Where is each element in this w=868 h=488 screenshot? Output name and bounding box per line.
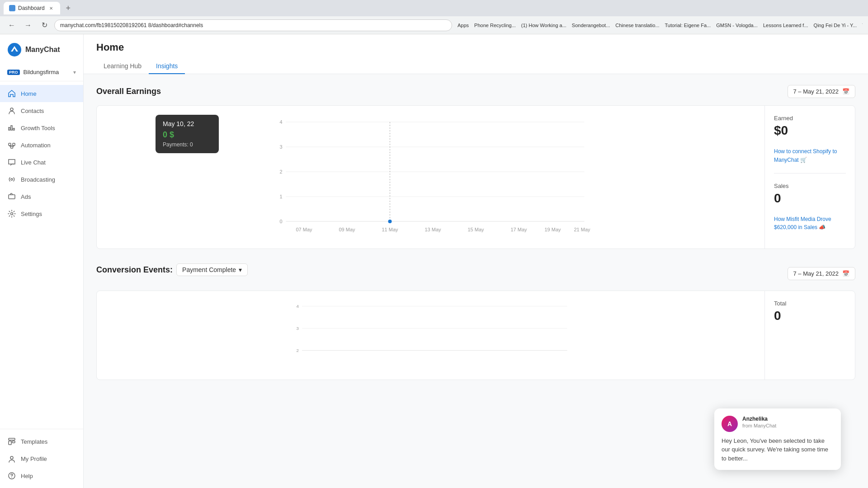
calendar-icon: 📅	[842, 88, 849, 95]
conversion-date-picker[interactable]: 7 – May 21, 2022 📅	[788, 267, 855, 280]
earnings-title: Overall Earnings	[96, 87, 161, 96]
sidebar-item-help-label: Help	[21, 473, 33, 479]
svg-rect-9	[9, 438, 15, 440]
tabs: Learning Hub Insights	[96, 59, 855, 74]
tab-learning-hub[interactable]: Learning Hub	[96, 59, 149, 74]
svg-text:4: 4	[297, 304, 299, 309]
earned-value: $0	[774, 123, 846, 138]
bookmark-3[interactable]: Sonderangebot...	[570, 22, 612, 29]
earnings-metrics: Earned $0 How to connect Shopify to Many…	[764, 106, 855, 249]
back-button[interactable]: ←	[5, 19, 18, 32]
total-metric: Total 0	[774, 300, 846, 323]
bookmark-5[interactable]: Tutorial: Eigene Fa...	[663, 22, 712, 29]
templates-icon	[7, 437, 16, 446]
sales-label: Sales	[774, 183, 846, 189]
broadcasting-icon	[7, 175, 16, 184]
bookmark-9[interactable]: The Top 3 Platfor...	[860, 22, 863, 29]
chat-avatar: A	[722, 416, 738, 432]
bookmark-4[interactable]: Chinese translatio...	[613, 22, 661, 29]
chat-widget[interactable]: A Anzhelika from ManyChat Hey Leon, You'…	[714, 408, 841, 470]
svg-text:1: 1	[279, 194, 282, 199]
sidebar-item-broadcasting[interactable]: Broadcasting	[0, 171, 83, 188]
svg-text:2: 2	[297, 348, 299, 353]
svg-text:09 May: 09 May	[339, 227, 355, 232]
live-chat-icon	[7, 158, 16, 167]
sidebar-item-ads-label: Ads	[21, 193, 31, 200]
svg-text:3: 3	[279, 144, 282, 150]
svg-text:07 May: 07 May	[296, 227, 312, 232]
sidebar-item-settings[interactable]: Settings	[0, 205, 83, 222]
svg-rect-7	[9, 195, 15, 199]
total-value: 0	[774, 309, 846, 323]
logo: ManyChat	[0, 34, 83, 65]
conversion-event-dropdown[interactable]: Payment Complete ▾	[176, 263, 248, 276]
sidebar-item-contacts-label: Contacts	[21, 108, 44, 114]
sidebar-item-automation-label: Automation	[21, 142, 51, 149]
conversion-header-row: Conversion Events: Payment Complete ▾	[96, 263, 248, 276]
chat-sender-info: Anzhelika from ManyChat	[742, 416, 776, 428]
shopify-link[interactable]: How to connect Shopify to ManyChat 🛒	[774, 148, 837, 163]
tab-close-button[interactable]: ✕	[47, 5, 55, 12]
sidebar-item-templates-label: Templates	[21, 438, 47, 445]
refresh-button[interactable]: ↻	[38, 19, 51, 32]
sidebar-item-templates[interactable]: Templates	[0, 433, 83, 450]
earnings-date-range: 7 – May 21, 2022	[793, 88, 839, 95]
help-icon	[7, 471, 16, 480]
earnings-date-picker[interactable]: 7 – May 21, 2022 📅	[788, 85, 855, 98]
sidebar-item-home-label: Home	[21, 90, 37, 97]
earnings-chart-card: 4 3 2 1 0 07 May 09 May 11 May 13 May 15…	[96, 105, 855, 249]
svg-text:19 May: 19 May	[544, 227, 561, 232]
sidebar-item-automation[interactable]: Automation	[0, 136, 83, 154]
tab-label: Dashboard	[18, 5, 45, 11]
svg-rect-10	[9, 441, 11, 445]
bookmark-6[interactable]: GMSN - Vologda...	[714, 22, 760, 29]
sidebar-item-ads[interactable]: Ads	[0, 188, 83, 205]
metrics-divider	[774, 173, 846, 174]
active-tab[interactable]: Dashboard ✕	[4, 2, 60, 14]
conversion-event-label: Payment Complete	[182, 266, 236, 273]
pro-badge: PRO	[7, 70, 20, 75]
sidebar-item-growth-tools[interactable]: Growth Tools	[0, 119, 83, 136]
svg-point-14	[11, 477, 12, 478]
browser-chrome: Dashboard ✕ + ← → ↻ manychat.com/fb19815…	[0, 0, 868, 34]
home-icon	[7, 89, 16, 98]
workspace-selector[interactable]: PRO Bildungsfirma ▾	[0, 65, 83, 81]
svg-point-1	[10, 108, 13, 111]
sidebar-item-broadcasting-label: Broadcasting	[21, 176, 55, 183]
sidebar-item-contacts[interactable]: Contacts	[0, 102, 83, 119]
address-bar[interactable]: manychat.com/fb198150208192061 8/dashboa…	[54, 19, 452, 31]
navigation-bar: ← → ↻ manychat.com/fb198150208192061 8/d…	[0, 16, 868, 34]
svg-text:21 May: 21 May	[574, 227, 590, 232]
nav-items: Home Contacts Growth Tools Automation	[0, 81, 83, 429]
bookmark-1[interactable]: Phone Recycling...	[472, 22, 518, 29]
sidebar-item-my-profile[interactable]: My Profile	[0, 450, 83, 467]
sidebar-bottom: Templates My Profile Help	[0, 429, 83, 488]
bookmarks-bar: Apps Phone Recycling... (1) How Working …	[456, 22, 863, 29]
conversion-chart-card: 4 3 2 Total 0	[96, 291, 855, 380]
chat-message: Hey Leon, You've been selected to take o…	[722, 436, 834, 463]
svg-text:2: 2	[279, 169, 282, 174]
workspace-name: Bildungsfirma	[24, 69, 70, 75]
sidebar-item-home[interactable]: Home	[0, 85, 83, 102]
bookmark-2[interactable]: (1) How Working a...	[519, 22, 568, 29]
manychat-logo-icon	[7, 42, 22, 57]
chat-source: from ManyChat	[742, 423, 776, 428]
bookmark-8[interactable]: Qing Fei De Yi - Y...	[812, 22, 859, 29]
logo-text: ManyChat	[25, 46, 60, 54]
bookmark-apps[interactable]: Apps	[456, 22, 471, 29]
sidebar-item-help[interactable]: Help	[0, 467, 83, 484]
sidebar-item-live-chat[interactable]: Live Chat	[0, 154, 83, 171]
svg-point-0	[8, 43, 21, 56]
svg-point-12	[10, 456, 13, 459]
bookmark-7[interactable]: Lessons Learned f...	[761, 22, 810, 29]
new-tab-button[interactable]: +	[63, 3, 74, 14]
sidebar-item-growth-tools-label: Growth Tools	[21, 125, 55, 131]
earnings-chart-svg: 4 3 2 1 0 07 May 09 May 11 May 13 May 15…	[106, 113, 755, 239]
conversion-title: Conversion Events:	[96, 265, 173, 275]
misfit-link[interactable]: How Misfit Media Drove $620,000 in Sales…	[774, 216, 831, 231]
forward-button[interactable]: →	[22, 19, 34, 32]
svg-text:17 May: 17 May	[510, 227, 527, 232]
conversion-section: Conversion Events: Payment Complete ▾ 7 …	[96, 263, 855, 380]
svg-text:13 May: 13 May	[425, 227, 441, 232]
tab-insights[interactable]: Insights	[149, 59, 185, 74]
